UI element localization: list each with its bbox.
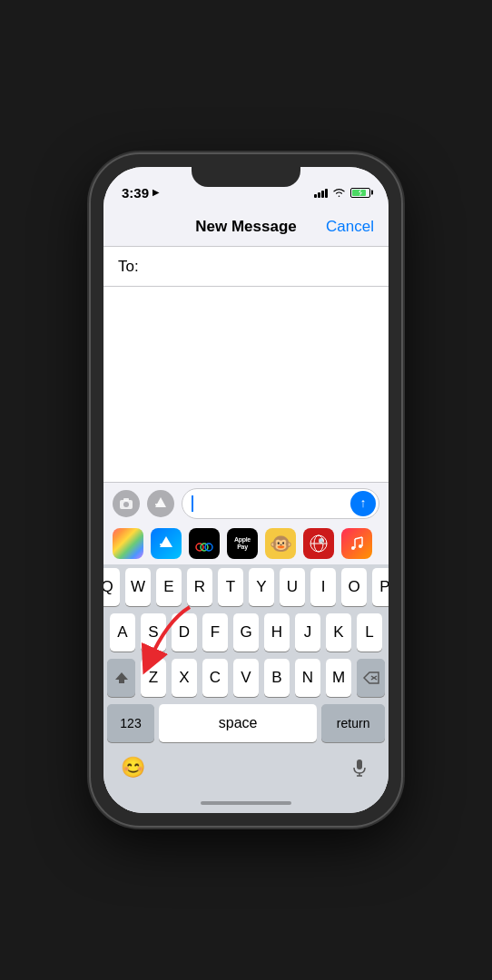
delete-key[interactable] [357,659,385,697]
key-j[interactable]: J [295,613,320,652]
app-icon-monkey[interactable]: 🐵 [265,528,296,559]
message-area[interactable] [103,287,389,482]
key-q[interactable]: Q [103,568,120,606]
key-g[interactable]: G [233,613,259,652]
key-k[interactable]: K [326,613,351,652]
text-cursor [192,495,193,512]
svg-line-17 [355,537,362,539]
numbers-key[interactable]: 123 [107,704,154,742]
space-key[interactable]: space [159,704,317,742]
svg-marker-0 [359,189,362,197]
time-display: 3:39 [122,185,149,201]
svg-rect-3 [123,498,129,501]
toolbar-row: ↑ [103,483,389,524]
imessage-toolbar: ↑ [103,482,389,564]
to-field[interactable]: To: [103,247,389,287]
svg-marker-18 [115,672,128,683]
key-w[interactable]: W [125,568,151,606]
key-s[interactable]: S [141,613,166,652]
app-icon-photos[interactable] [113,528,143,559]
app-icon-globe[interactable]: 🔍 [303,528,334,559]
nav-bar: New Message Cancel [103,207,389,247]
status-icons [314,188,370,198]
emoji-key[interactable]: 😊 [114,750,151,786]
message-input[interactable]: ↑ [182,488,379,519]
key-c[interactable]: C [202,659,228,697]
battery-icon [350,188,370,198]
app-icon-music[interactable] [341,528,372,559]
key-x[interactable]: X [172,659,197,697]
key-e[interactable]: E [156,568,182,606]
emoji-icon: 😊 [121,756,145,779]
send-arrow-icon: ↑ [360,496,367,509]
keyboard: Q W E R T Y U I O P A S D F G H J K [103,564,389,813]
key-v[interactable]: V [233,659,259,697]
keyboard-row-1: Q W E R T Y U I O P [103,564,389,610]
mic-key[interactable] [341,750,378,786]
key-l[interactable]: L [357,613,382,652]
key-p[interactable]: P [372,568,389,606]
key-a[interactable]: A [110,613,135,652]
svg-point-8 [205,544,212,551]
notch [192,167,300,187]
key-o[interactable]: O [341,568,367,606]
phone-screen: 3:39 ▶ [103,167,389,813]
keyboard-row-2: A S D F G H J K L [103,610,389,655]
key-b[interactable]: B [264,659,290,697]
send-button[interactable]: ↑ [350,491,376,516]
wifi-icon [332,188,346,198]
shift-key[interactable] [107,659,135,697]
key-h[interactable]: H [264,613,290,652]
app-icon-applepay[interactable]: ApplePay [227,528,258,559]
microphone-icon [353,759,366,777]
key-z[interactable]: Z [141,659,166,697]
return-key[interactable]: return [321,704,385,742]
charging-icon [357,189,364,197]
key-r[interactable]: R [187,568,212,606]
status-time: 3:39 ▶ [122,185,159,201]
keyboard-bottom: 😊 [103,746,389,793]
keyboard-row-4: 123 space return [103,701,389,746]
key-n[interactable]: N [295,659,320,697]
svg-point-2 [123,502,129,507]
key-f[interactable]: F [202,613,228,652]
location-arrow-icon: ▶ [153,188,159,197]
app-icons-row: ApplePay 🐵 🔍 [103,524,389,564]
key-t[interactable]: T [218,568,243,606]
home-bar [201,801,291,805]
key-i[interactable]: I [310,568,336,606]
key-y[interactable]: Y [249,568,274,606]
recipient-input[interactable] [146,258,374,276]
key-u[interactable]: U [280,568,305,606]
to-label: To: [118,258,139,276]
signal-icon [314,188,328,198]
appstore-toolbar-icon[interactable] [147,490,174,517]
key-m[interactable]: M [326,659,351,697]
phone-frame: 3:39 ▶ [91,154,401,826]
camera-icon[interactable] [113,490,140,517]
cancel-button[interactable]: Cancel [326,218,374,236]
app-icon-activity[interactable] [189,528,220,559]
page-title: New Message [195,218,297,236]
svg-text:🔍: 🔍 [319,538,325,544]
keyboard-row-3: Z X C V B N M [103,655,389,701]
svg-rect-21 [357,760,362,769]
app-icon-appstore[interactable] [151,528,182,559]
home-indicator [103,793,389,813]
key-d[interactable]: D [172,613,197,652]
